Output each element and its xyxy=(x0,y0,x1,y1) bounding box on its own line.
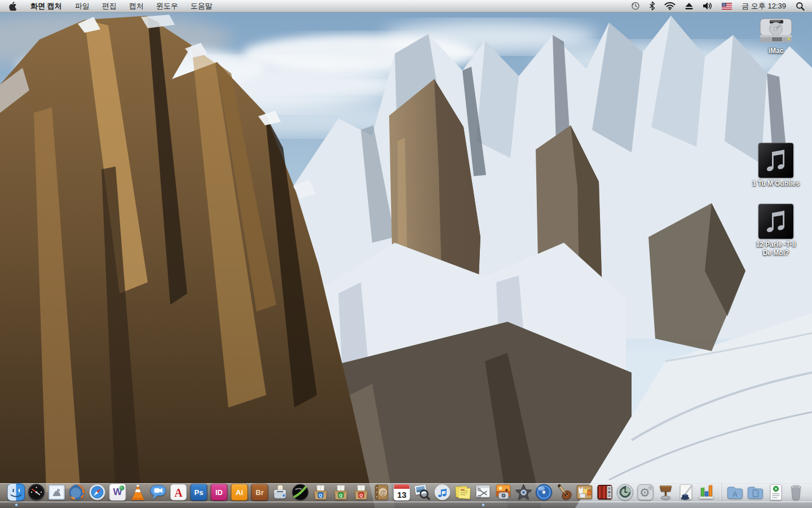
mail-icon[interactable] xyxy=(47,482,67,502)
time-machine-menu-icon[interactable] xyxy=(626,0,644,12)
vlc-icon[interactable] xyxy=(128,482,148,502)
itunes-icon[interactable] xyxy=(433,482,453,502)
svg-text:@: @ xyxy=(380,489,386,496)
dashboard-icon[interactable] xyxy=(27,482,47,502)
w-globe-app-icon[interactable]: W xyxy=(108,482,128,502)
applications-folder-icon[interactable]: A xyxy=(725,482,745,502)
bridge-icon[interactable]: Br xyxy=(250,482,270,502)
garageband-icon[interactable] xyxy=(554,482,575,502)
preview-icon[interactable] xyxy=(412,482,433,502)
svg-text:A: A xyxy=(174,487,183,499)
ical-header xyxy=(394,484,410,489)
globe-icon xyxy=(120,485,125,491)
desktop-icon-imac-disk[interactable]: iMac xyxy=(736,17,812,55)
keynote-icon[interactable] xyxy=(656,482,676,502)
pages-icon[interactable] xyxy=(676,482,696,502)
svg-text:Q: Q xyxy=(360,493,363,498)
package-q-blue-icon[interactable]: Q xyxy=(311,482,331,502)
spotlight-icon[interactable] xyxy=(792,0,809,12)
wifi-menu-icon[interactable] xyxy=(660,0,679,12)
menu-edit[interactable]: 편집 xyxy=(96,0,123,12)
menu-capture[interactable]: 캡처 xyxy=(123,0,150,12)
toast-icon[interactable] xyxy=(270,482,290,502)
hard-drive-icon xyxy=(757,17,795,45)
stickies-icon[interactable] xyxy=(453,482,473,502)
desktop-icon-label: 12 Parle -T-Il De Moi? xyxy=(756,240,796,257)
menu-window[interactable]: 윈도우 xyxy=(150,0,184,12)
package-q-green-icon[interactable]: Q xyxy=(331,482,351,502)
menu-file[interactable]: 파일 xyxy=(69,0,96,12)
idvd-icon[interactable] xyxy=(534,482,554,502)
desktop-icon-label: 1 Tu M'Oublies xyxy=(752,179,800,188)
apple-menu[interactable] xyxy=(0,0,24,12)
dock: W xyxy=(0,481,812,508)
svg-text:Q: Q xyxy=(339,493,343,498)
svg-text:⚙: ⚙ xyxy=(648,485,653,491)
bluetooth-menu-icon[interactable] xyxy=(645,0,659,12)
eject-menu-icon[interactable] xyxy=(681,0,698,12)
quarkxpress-icon[interactable] xyxy=(290,482,311,502)
ical-icon[interactable]: 13 xyxy=(392,482,412,502)
desktop-icon-label: iMac xyxy=(769,47,784,55)
iphoto-icon[interactable] xyxy=(493,482,514,502)
desktop[interactable]: 화면 캡처 파일 편집 캡처 윈도우 도움말 xyxy=(0,0,812,508)
input-source-us-flag-icon[interactable] xyxy=(718,0,736,12)
trash-icon[interactable] xyxy=(786,482,806,502)
dock-separator xyxy=(721,483,721,502)
desktop-icon-song-1[interactable]: 1 Tu M'Oublies xyxy=(736,143,812,188)
desktop-icon-song-2[interactable]: 12 Parle -T-Il De Moi? xyxy=(736,204,812,257)
system-preferences-icon[interactable]: ⚙ ⚙ xyxy=(636,482,656,502)
safari-icon[interactable] xyxy=(87,482,108,502)
menu-clock[interactable]: 금 오후 12:39 xyxy=(737,1,791,11)
corkboard-app-icon[interactable] xyxy=(575,482,595,502)
acrobat-icon[interactable]: A xyxy=(169,482,189,502)
volume-menu-icon[interactable] xyxy=(699,0,717,12)
photoshop-icon[interactable]: Ps xyxy=(189,482,209,502)
menu-help[interactable]: 도움말 xyxy=(184,0,219,12)
indesign-icon[interactable]: ID xyxy=(209,482,230,502)
imovie-icon[interactable] xyxy=(514,482,534,502)
finder-icon[interactable] xyxy=(6,482,27,502)
wallpaper-image xyxy=(0,0,812,508)
ichat-icon[interactable] xyxy=(148,482,169,502)
documents-folder-icon[interactable] xyxy=(745,482,766,502)
audio-file-icon xyxy=(758,204,793,239)
package-q-red-icon[interactable]: Q xyxy=(351,482,372,502)
illustrator-icon[interactable]: Ai xyxy=(230,482,250,502)
grab-icon[interactable] xyxy=(473,482,493,502)
firefox-icon[interactable] xyxy=(67,482,87,502)
svg-text:Q: Q xyxy=(319,493,323,498)
apple-logo-icon xyxy=(9,2,17,11)
audio-file-icon xyxy=(758,143,793,178)
document-stack-icon[interactable] xyxy=(766,482,786,502)
address-book-icon[interactable]: @ xyxy=(372,482,392,502)
time-machine-icon[interactable] xyxy=(615,482,636,502)
svg-text:A: A xyxy=(732,490,738,498)
menu-bar: 화면 캡처 파일 편집 캡처 윈도우 도움말 xyxy=(0,0,812,12)
numbers-icon[interactable] xyxy=(696,482,717,502)
menu-app-name[interactable]: 화면 캡처 xyxy=(24,0,69,12)
photo-booth-icon[interactable] xyxy=(595,482,615,502)
